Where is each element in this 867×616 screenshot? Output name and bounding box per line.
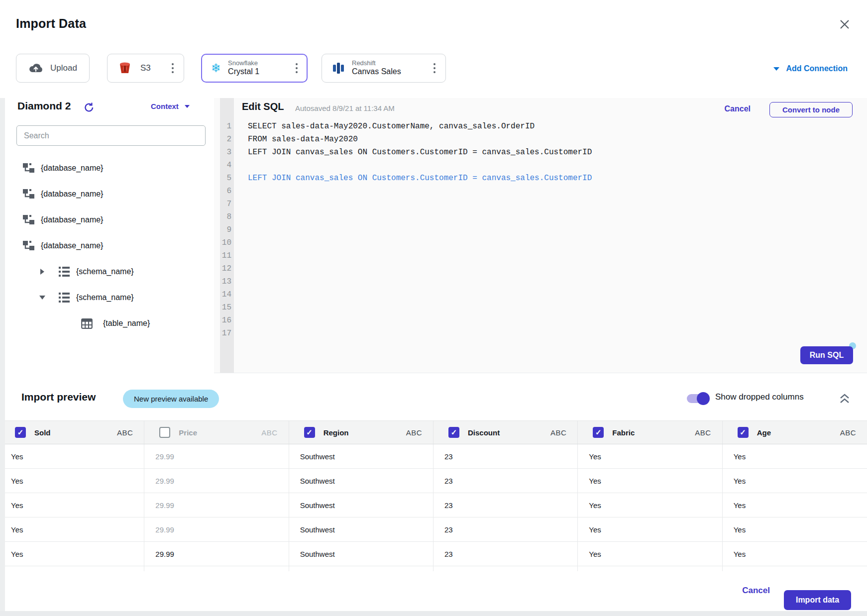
data-sources-bar: Upload S3 ❄ Snowflake Crystal 1 — [0, 46, 867, 99]
column-header-price: PriceABC — [144, 421, 289, 444]
toggle-label: Show dropped columns — [715, 392, 804, 402]
table-icon — [81, 318, 93, 329]
table-row: Yes29.99Southwest23YesYes — [0, 444, 867, 469]
table-cell: Yes — [578, 469, 722, 493]
table-cell: Southwest — [289, 517, 434, 541]
tree-item-schema[interactable]: {schema_name} — [5, 259, 214, 285]
table-cell: 29.99 — [144, 493, 289, 517]
s3-icon — [118, 61, 131, 75]
collapse-chevrons-icon[interactable] — [838, 393, 851, 405]
table-row: Yes29.99Southwest23YesYes — [0, 542, 867, 566]
column-type-label: ABC — [261, 428, 277, 437]
tree-item-database[interactable]: {database_name} — [5, 207, 214, 233]
preview-table: ✓SoldABCPriceABC✓RegionABC✓DiscountABC✓F… — [0, 420, 867, 574]
sql-code-line — [248, 301, 857, 314]
run-sql-button[interactable]: Run SQL — [800, 346, 853, 364]
table-cell: Southwest — [289, 444, 434, 468]
footer-cancel-button[interactable]: Cancel — [742, 586, 770, 596]
context-dropdown[interactable]: Context — [151, 102, 190, 110]
database-label: {database_name} — [41, 164, 103, 173]
upload-button[interactable]: Upload — [16, 54, 90, 83]
redshift-more-menu-icon[interactable] — [432, 61, 437, 75]
table-cell: Yes — [0, 444, 144, 468]
table-cell: Yes — [0, 517, 144, 541]
column-checkbox[interactable]: ✓ — [448, 427, 459, 438]
autosave-status: Autosaved 8/9/21 at 11:34 AM — [295, 104, 395, 112]
database-icon — [22, 239, 35, 252]
vertical-scrollbar-track[interactable] — [0, 98, 5, 611]
column-checkbox[interactable]: ✓ — [593, 427, 604, 438]
column-checkbox[interactable] — [159, 427, 170, 438]
import-data-modal: Import Data Upload — [0, 0, 867, 611]
sql-code-line — [248, 327, 857, 340]
import-data-button[interactable]: Import data — [784, 590, 851, 610]
editor-cancel-button[interactable]: Cancel — [725, 104, 751, 113]
database-label: {database_name} — [41, 241, 103, 250]
column-type-label: ABC — [840, 428, 856, 437]
caret-down-icon — [185, 105, 190, 108]
table-cell: Yes — [723, 444, 867, 468]
line-number: 2 — [220, 133, 234, 146]
modal-footer: Cancel Import data — [0, 571, 867, 611]
table-label: {table_name} — [103, 319, 150, 328]
tree-item-database[interactable]: {database_name} — [5, 233, 214, 259]
column-type-label: ABC — [117, 428, 133, 437]
cloud-upload-icon — [28, 62, 43, 74]
s3-more-menu-icon[interactable] — [170, 61, 176, 75]
convert-to-node-button[interactable]: Convert to node — [769, 102, 853, 117]
line-number: 15 — [220, 301, 234, 314]
source-card-s3[interactable]: S3 — [107, 54, 184, 83]
table-cell: 29.99 — [144, 517, 289, 541]
column-name: Region — [324, 428, 349, 437]
tree-item-database[interactable]: {database_name} — [5, 155, 214, 181]
line-number: 4 — [220, 159, 234, 172]
line-number: 9 — [220, 223, 234, 236]
line-number-gutter: 1234567891011121314151617 — [220, 98, 234, 373]
sql-code-line — [248, 288, 857, 301]
table-cell: Yes — [0, 469, 144, 493]
table-cell: Yes — [578, 444, 722, 468]
schema-icon — [58, 292, 70, 303]
modal-header: Import Data — [0, 0, 867, 46]
table-cell: Yes — [578, 493, 722, 517]
table-cell: 23 — [434, 542, 578, 566]
schema-label: {schema_name} — [76, 267, 134, 276]
table-cell: 23 — [434, 493, 578, 517]
caret-down-icon — [773, 67, 779, 71]
caret-down-icon[interactable] — [39, 296, 46, 300]
table-cell: Yes — [723, 493, 867, 517]
line-number: 17 — [220, 327, 234, 340]
sql-code-line — [248, 210, 857, 223]
column-checkbox[interactable]: ✓ — [738, 427, 749, 438]
table-cell: Yes — [723, 517, 867, 541]
upload-label: Upload — [50, 63, 77, 73]
search-input[interactable] — [16, 125, 206, 146]
show-dropped-columns-toggle[interactable] — [687, 394, 709, 403]
column-header-discount: ✓DiscountABC — [434, 421, 578, 444]
line-number: 11 — [220, 249, 234, 262]
sql-code-line — [248, 262, 857, 275]
tree-item-table[interactable]: {table_name} — [5, 310, 214, 336]
snowflake-more-menu-icon[interactable] — [294, 61, 300, 75]
add-connection-button[interactable]: Add Connection — [773, 64, 848, 73]
column-checkbox[interactable]: ✓ — [304, 427, 315, 438]
tree-item-schema[interactable]: {schema_name} — [5, 285, 214, 310]
table-cell: 29.99 — [144, 469, 289, 493]
preview-title: Import preview — [21, 391, 96, 403]
column-checkbox[interactable]: ✓ — [15, 427, 26, 438]
table-cell: Yes — [0, 493, 144, 517]
close-icon[interactable] — [838, 18, 851, 31]
refresh-icon[interactable] — [83, 102, 95, 113]
source-card-redshift[interactable]: Redshift Canvas Sales — [322, 54, 446, 83]
caret-right-icon[interactable] — [39, 269, 46, 275]
source-card-snowflake[interactable]: ❄ Snowflake Crystal 1 — [201, 54, 308, 83]
column-header-age: ✓AgeABC — [723, 421, 867, 444]
sql-code-line — [248, 198, 857, 210]
table-cell: Southwest — [289, 469, 434, 493]
sql-code-line — [248, 314, 857, 327]
table-cell: Yes — [723, 469, 867, 493]
page-background-edge — [0, 611, 867, 616]
database-icon — [22, 188, 35, 201]
sql-code-area[interactable]: SELECT sales-data-May2020.CustomerName, … — [248, 120, 857, 340]
tree-item-database[interactable]: {database_name} — [5, 181, 214, 207]
